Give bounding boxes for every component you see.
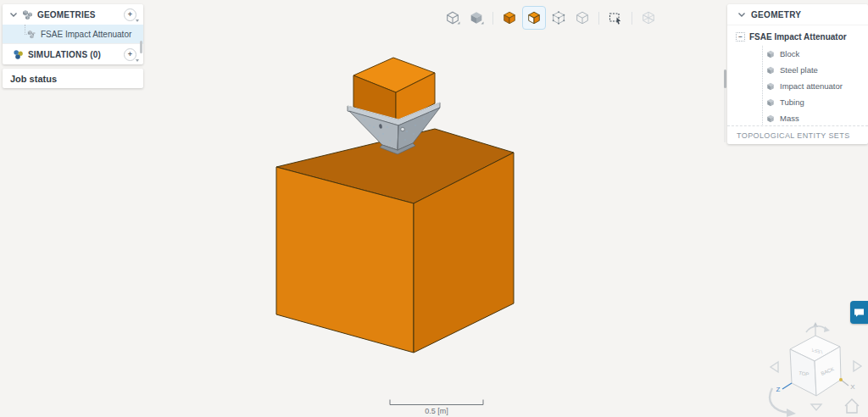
viewer-toolbar bbox=[445, 9, 656, 26]
geometry-panel: GEOMETRY − FSAE Impact Attenuator Block bbox=[727, 4, 868, 144]
cube-icon bbox=[766, 82, 775, 91]
tree-item-label: Tubing bbox=[780, 97, 804, 107]
rotate-down-arrow[interactable] bbox=[811, 404, 821, 410]
block-geometry[interactable] bbox=[276, 129, 514, 353]
tree-root-label: FSAE Impact Attenuator bbox=[749, 32, 847, 42]
tree-item-steel-plate[interactable]: Steel plate bbox=[763, 62, 868, 78]
tree-item-label: Mass bbox=[780, 114, 799, 123]
scale-bar: 0.5 [m] bbox=[390, 400, 483, 416]
plus-icon: + bbox=[128, 50, 132, 58]
attenuator-bolt bbox=[401, 127, 405, 131]
tree-item-label: Steel plate bbox=[780, 65, 818, 75]
project-tree-sidebar: GEOMETRIES + FSAE Impact bbox=[3, 4, 143, 88]
tree-item-label: Block bbox=[780, 49, 799, 58]
minus-glyph: − bbox=[738, 34, 743, 41]
sidebar-item-simulations[interactable]: SIMULATIONS (0) + bbox=[3, 43, 143, 64]
scale-label: 0.5 [m] bbox=[425, 407, 448, 415]
sidebar-item-fsae-geometry[interactable]: FSAE Impact Attenuator bbox=[3, 25, 143, 43]
add-simulation-button[interactable]: + bbox=[124, 48, 136, 61]
x-axis-label: X bbox=[850, 383, 855, 391]
simscale-workbench: 0.5 [m] LEFT TOP BACK Z X bbox=[0, 0, 868, 417]
mesh-icon bbox=[641, 10, 656, 25]
topological-entity-sets-label: TOPOLOGICAL ENTITY SETS bbox=[737, 131, 850, 140]
shaded-cube-icon[interactable] bbox=[469, 10, 484, 25]
caret-down-icon bbox=[136, 19, 139, 22]
tree-item-mass[interactable]: Mass bbox=[763, 110, 868, 126]
geometry-cluster-icon bbox=[22, 9, 33, 20]
vertex-cube-icon[interactable] bbox=[551, 10, 566, 25]
geometries-label: GEOMETRIES bbox=[37, 10, 96, 19]
simulations-label: SIMULATIONS (0) bbox=[28, 50, 101, 59]
solid-faces-selected-box[interactable] bbox=[522, 6, 546, 30]
sidebar-item-geometries[interactable]: GEOMETRIES + bbox=[3, 4, 143, 25]
geometry-icon bbox=[27, 30, 36, 39]
add-geometry-button[interactable]: + bbox=[124, 8, 136, 21]
plus-icon: + bbox=[128, 10, 132, 19]
support-chat-button[interactable] bbox=[850, 301, 868, 324]
caret-down-icon bbox=[136, 59, 139, 62]
origin-dot bbox=[839, 378, 843, 381]
tree-item-block[interactable]: Block bbox=[763, 46, 868, 62]
geometry-header-label: GEOMETRY bbox=[751, 10, 801, 19]
tree-root-fsae[interactable]: − FSAE Impact Attenuator bbox=[727, 28, 868, 46]
job-status-panel[interactable]: Job status bbox=[3, 69, 143, 88]
tree-item-tubing[interactable]: Tubing bbox=[763, 94, 868, 110]
geometry-panel-header[interactable]: GEOMETRY bbox=[727, 4, 868, 25]
fsae-geometry-label: FSAE Impact Attenuator bbox=[41, 30, 131, 39]
rotate-right-arrow[interactable] bbox=[854, 361, 861, 371]
tree-children: Block Steel plate Impact attenuator bbox=[762, 46, 868, 126]
solid-color-cube-icon[interactable] bbox=[502, 10, 517, 25]
z-axis-label: Z bbox=[776, 386, 781, 393]
fit-view-cube-icon[interactable] bbox=[445, 10, 460, 25]
wireframe-cube-icon[interactable] bbox=[575, 10, 590, 25]
geometry-panel-scroll-handle[interactable] bbox=[724, 70, 726, 88]
solid-faces-cube-icon[interactable] bbox=[526, 10, 542, 25]
tree-item-impact-attenuator[interactable]: Impact attenuator bbox=[763, 78, 868, 94]
simulations-icon bbox=[13, 49, 24, 60]
z-axis bbox=[782, 383, 792, 389]
topological-entity-sets-section[interactable]: TOPOLOGICAL ENTITY SETS bbox=[727, 125, 868, 144]
chat-bubble-icon bbox=[854, 308, 865, 318]
roll-arrowhead bbox=[787, 409, 796, 417]
job-status-label: Job status bbox=[10, 74, 57, 84]
tree-item-label: Impact attenuator bbox=[780, 81, 843, 91]
view-cube-widget[interactable]: LEFT TOP BACK Z X bbox=[770, 322, 861, 417]
collapse-expander-icon[interactable]: − bbox=[736, 32, 745, 42]
home-icon[interactable] bbox=[845, 399, 859, 413]
rotate-left-arrow[interactable] bbox=[771, 362, 778, 372]
toolbar-separator bbox=[598, 12, 599, 25]
box-select-icon[interactable] bbox=[608, 10, 623, 25]
rotate-up-arrowhead bbox=[824, 326, 830, 332]
toolbar-separator bbox=[632, 12, 632, 25]
chevron-down-icon[interactable] bbox=[9, 11, 18, 19]
cube-icon bbox=[766, 98, 775, 107]
toolbar-separator bbox=[492, 12, 493, 25]
sidebar-scrollbar[interactable] bbox=[140, 41, 142, 53]
cube-icon bbox=[766, 50, 775, 58]
cube-icon bbox=[766, 66, 775, 75]
chevron-down-icon[interactable] bbox=[737, 11, 746, 19]
cube-icon bbox=[766, 114, 775, 123]
